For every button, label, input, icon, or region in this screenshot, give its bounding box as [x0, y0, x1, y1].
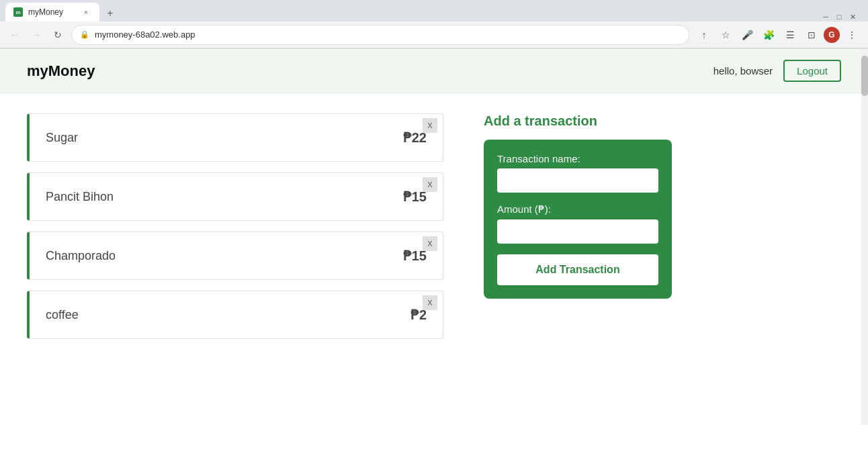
app-logo: myMoney — [27, 62, 95, 80]
url-text: mymoney-68a02.web.app — [95, 30, 681, 40]
delete-transaction-button[interactable]: X — [423, 177, 437, 192]
transaction-name: coffee — [46, 308, 79, 322]
sidebar-icon[interactable]: ⊡ — [802, 26, 821, 44]
close-btn[interactable]: ✕ — [848, 12, 857, 21]
transaction-content: coffee ₱2 — [30, 293, 443, 336]
tab-bar: m myMoney × + ─ □ ✕ — [0, 0, 868, 21]
bookmark-icon[interactable]: ☆ — [716, 26, 735, 44]
share-icon[interactable]: ↑ — [695, 26, 713, 44]
transaction-item: coffee ₱2 X — [27, 291, 443, 339]
transaction-item: Champorado ₱15 X — [27, 232, 443, 280]
tab-close-btn[interactable]: × — [81, 7, 91, 17]
delete-transaction-button[interactable]: X — [423, 236, 437, 251]
header-right: hello, bowser Logout — [713, 60, 841, 82]
add-transaction-form: Transaction name: Amount (₱): Add Transa… — [484, 140, 672, 299]
delete-transaction-button[interactable]: X — [423, 118, 437, 133]
transaction-content: Pancit Bihon ₱15 — [30, 175, 443, 218]
address-bar[interactable]: 🔒 mymoney-68a02.web.app — [71, 25, 689, 45]
forward-button[interactable]: → — [28, 27, 44, 43]
transaction-content: Champorado ₱15 — [30, 234, 443, 277]
refresh-button[interactable]: ↻ — [50, 27, 66, 43]
extension-icon[interactable]: 🧩 — [759, 26, 778, 44]
minimize-btn[interactable]: ─ — [821, 12, 830, 21]
scrollbar-track[interactable] — [861, 49, 868, 425]
logout-button[interactable]: Logout — [783, 60, 841, 82]
cast-icon[interactable]: ☰ — [781, 26, 799, 44]
main-content: Sugar ₱22 X Pancit Bihon ₱15 X Champorad… — [0, 93, 868, 359]
new-tab-button[interactable]: + — [102, 5, 118, 21]
tab-favicon: m — [13, 7, 23, 17]
transaction-content: Sugar ₱22 — [30, 116, 443, 159]
tab-title: myMoney — [28, 7, 75, 17]
delete-transaction-button[interactable]: X — [423, 295, 437, 310]
transactions-list: Sugar ₱22 X Pancit Bihon ₱15 X Champorad… — [27, 113, 443, 339]
amount-input[interactable] — [497, 219, 658, 244]
transaction-name: Champorado — [46, 249, 116, 263]
transaction-name: Sugar — [46, 131, 78, 145]
toolbar-actions: ↑ ☆ 🎤 🧩 ☰ ⊡ G ⋮ — [695, 26, 861, 44]
form-title: Add a transaction — [484, 113, 672, 129]
app-container: myMoney hello, bowser Logout Sugar ₱22 X… — [0, 49, 868, 425]
name-field: Transaction name: — [497, 153, 658, 193]
app-header: myMoney hello, bowser Logout — [0, 49, 868, 93]
transaction-name: Pancit Bihon — [46, 190, 114, 204]
menu-icon[interactable]: ⋮ — [842, 26, 861, 44]
transaction-item: Sugar ₱22 X — [27, 113, 443, 162]
active-tab[interactable]: m myMoney × — [5, 3, 99, 21]
profile-avatar[interactable]: G — [824, 27, 840, 43]
name-input[interactable] — [497, 168, 658, 193]
add-transaction-panel: Add a transaction Transaction name: Amou… — [484, 113, 672, 339]
browser-chrome: m myMoney × + ─ □ ✕ ← → ↻ 🔒 mymoney-68a0… — [0, 0, 868, 49]
name-label: Transaction name: — [497, 153, 658, 164]
browser-toolbar: ← → ↻ 🔒 mymoney-68a02.web.app ↑ ☆ 🎤 🧩 ☰ … — [0, 21, 868, 48]
microphone-icon[interactable]: 🎤 — [738, 26, 756, 44]
amount-label: Amount (₱): — [497, 203, 658, 215]
scrollbar-thumb[interactable] — [861, 56, 868, 96]
lock-icon: 🔒 — [80, 30, 89, 39]
transaction-item: Pancit Bihon ₱15 X — [27, 172, 443, 221]
add-transaction-button[interactable]: Add Transaction — [497, 254, 658, 285]
maximize-btn[interactable]: □ — [834, 12, 844, 21]
greeting-text: hello, bowser — [713, 65, 773, 77]
amount-field: Amount (₱): — [497, 203, 658, 244]
back-button[interactable]: ← — [7, 27, 23, 43]
